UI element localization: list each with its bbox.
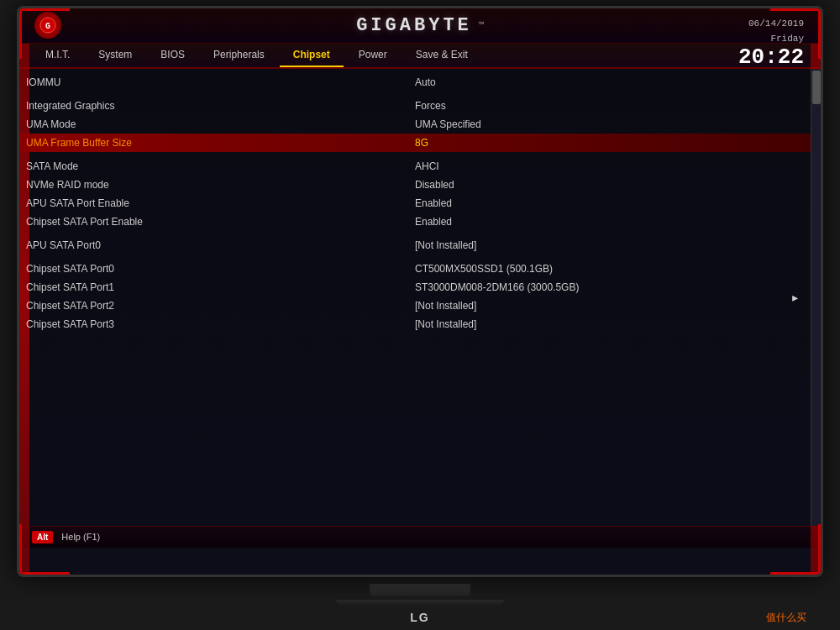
brand-name: GIGABYTE bbox=[356, 15, 472, 36]
monitor-bezel: G GIGABYTE™ 06/14/2019 Friday 20:22 M.I.… bbox=[17, 6, 823, 577]
tab-save-exit[interactable]: Save & Exit bbox=[402, 44, 481, 67]
settings-panel: IOMMU Auto Integrated Graphics Forces UM… bbox=[19, 69, 811, 526]
scrollbar[interactable] bbox=[811, 69, 821, 526]
tab-peripherals[interactable]: Peripherals bbox=[200, 44, 278, 67]
setting-row-chipset-sata-port1[interactable]: Chipset SATA Port1 ST3000DM008-2DM166 (3… bbox=[19, 278, 811, 297]
value-chipset-sata-enable: Enabled bbox=[415, 216, 804, 228]
footer: Alt Help (F1) bbox=[19, 526, 821, 548]
value-chipset-sata-port2: [Not Installed] bbox=[415, 300, 804, 312]
setting-row-uma-frame-buffer[interactable]: UMA Frame Buffer Size 8G bbox=[19, 134, 811, 152]
corner-decoration-tr bbox=[770, 8, 821, 59]
monitor-bottom bbox=[336, 584, 504, 606]
label-nvme-raid: NVMe RAID mode bbox=[26, 179, 415, 191]
label-chipset-sata-enable: Chipset SATA Port Enable bbox=[26, 216, 415, 228]
setting-row-uma-mode[interactable]: UMA Mode UMA Specified bbox=[19, 115, 811, 134]
value-apu-sata-enable: Enabled bbox=[415, 197, 804, 209]
setting-row-chipset-sata-port3[interactable]: Chipset SATA Port3 [Not Installed] bbox=[19, 315, 811, 333]
label-sata-mode: SATA Mode bbox=[26, 160, 415, 172]
cursor-arrow: ▸ bbox=[790, 288, 800, 307]
lg-logo: LG bbox=[410, 611, 429, 624]
setting-row-chipset-sata-port2[interactable]: Chipset SATA Port2 [Not Installed] bbox=[19, 297, 811, 315]
value-uma-mode: UMA Specified bbox=[415, 118, 804, 130]
corner-decoration-tl bbox=[19, 8, 70, 59]
corner-decoration-br bbox=[770, 524, 821, 575]
label-uma-mode: UMA Mode bbox=[26, 118, 415, 130]
value-chipset-sata-port1: ST3000DM008-2DM166 (3000.5GB) bbox=[415, 281, 804, 293]
label-iommu: IOMMU bbox=[26, 76, 415, 88]
tab-system[interactable]: System bbox=[85, 44, 145, 67]
brand-tm: ™ bbox=[479, 21, 484, 30]
label-chipset-sata-port2: Chipset SATA Port2 bbox=[26, 300, 415, 312]
tab-bios[interactable]: BIOS bbox=[147, 44, 198, 67]
value-integrated-graphics: Forces bbox=[415, 100, 804, 112]
nav-bar: M.I.T. System BIOS Peripherals Chipset P… bbox=[19, 44, 821, 69]
setting-row-integrated-graphics[interactable]: Integrated Graphics Forces bbox=[19, 97, 811, 115]
tab-chipset[interactable]: Chipset bbox=[280, 44, 344, 67]
bottom-logos: LG 值什么买 bbox=[17, 611, 823, 625]
value-apu-sata-port0: [Not Installed] bbox=[415, 239, 804, 251]
setting-row-nvme-raid[interactable]: NVMe RAID mode Disabled bbox=[19, 176, 811, 194]
value-nvme-raid: Disabled bbox=[415, 179, 804, 191]
label-apu-sata-port0: APU SATA Port0 bbox=[26, 239, 415, 251]
value-iommu: Auto bbox=[415, 76, 804, 88]
value-chipset-sata-port0: CT500MX500SSD1 (500.1GB) bbox=[415, 263, 804, 275]
value-chipset-sata-port3: [Not Installed] bbox=[415, 318, 804, 330]
label-integrated-graphics: Integrated Graphics bbox=[26, 100, 415, 112]
label-chipset-sata-port3: Chipset SATA Port3 bbox=[26, 318, 415, 330]
scroll-thumb[interactable] bbox=[812, 71, 821, 104]
label-chipset-sata-port0: Chipset SATA Port0 bbox=[26, 263, 415, 275]
setting-row-sata-mode[interactable]: SATA Mode AHCI bbox=[19, 157, 811, 176]
label-chipset-sata-port1: Chipset SATA Port1 bbox=[26, 281, 415, 293]
setting-row-chipset-sata-enable[interactable]: Chipset SATA Port Enable Enabled bbox=[19, 213, 811, 231]
brand-area: GIGABYTE™ bbox=[356, 15, 484, 36]
setting-row-chipset-sata-port0[interactable]: Chipset SATA Port0 CT500MX500SSD1 (500.1… bbox=[19, 260, 811, 278]
setting-row-apu-sata-port0[interactable]: APU SATA Port0 [Not Installed] bbox=[19, 236, 811, 255]
setting-row-iommu[interactable]: IOMMU Auto bbox=[19, 73, 811, 92]
label-uma-frame-buffer: UMA Frame Buffer Size bbox=[26, 137, 415, 149]
value-uma-frame-buffer: 8G bbox=[415, 137, 804, 149]
watermark: 值什么买 bbox=[766, 611, 806, 625]
setting-row-apu-sata-enable[interactable]: APU SATA Port Enable Enabled bbox=[19, 194, 811, 213]
monitor-stand bbox=[370, 584, 470, 596]
tab-power[interactable]: Power bbox=[345, 44, 401, 67]
monitor-base bbox=[336, 600, 504, 606]
corner-decoration-bl bbox=[19, 524, 70, 575]
value-sata-mode: AHCI bbox=[415, 160, 804, 172]
header: G GIGABYTE™ 06/14/2019 Friday 20:22 bbox=[19, 8, 821, 44]
bios-screen: G GIGABYTE™ 06/14/2019 Friday 20:22 M.I.… bbox=[19, 8, 821, 575]
label-apu-sata-enable: APU SATA Port Enable bbox=[26, 197, 415, 209]
